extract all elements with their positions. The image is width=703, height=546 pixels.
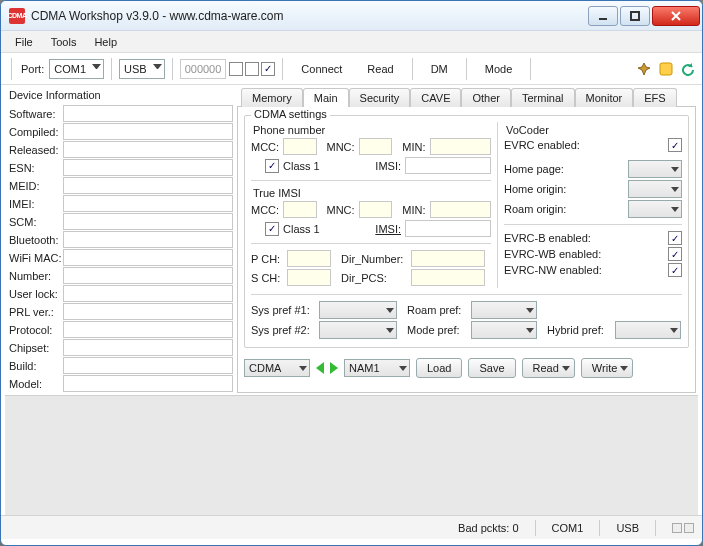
device-info-label: User lock: <box>7 288 63 300</box>
dir-pcs-input[interactable] <box>411 269 485 286</box>
device-info-row: User lock: <box>7 285 233 302</box>
evrc-enabled-checkbox[interactable] <box>668 138 682 152</box>
read-split-button[interactable]: Read <box>522 358 575 378</box>
sys-pref1-select[interactable] <box>319 301 397 319</box>
home-origin-select[interactable] <box>628 180 682 198</box>
device-info-row: Protocol: <box>7 321 233 338</box>
mode-button[interactable]: Mode <box>474 60 524 78</box>
tab-cave[interactable]: CAVE <box>410 88 461 107</box>
imsi2-label[interactable]: IMSI: <box>375 223 401 235</box>
tab-efs[interactable]: EFS <box>633 88 676 107</box>
home-page-select[interactable] <box>628 160 682 178</box>
app-window: CDMA CDMA Workshop v3.9.0 - www.cdma-war… <box>0 0 703 546</box>
imsi2-input[interactable] <box>405 220 491 237</box>
device-info-panel: Device Information Software:Compiled:Rel… <box>7 87 233 393</box>
flag-checkbox-3[interactable] <box>261 62 275 76</box>
imsi-input[interactable] <box>405 157 491 174</box>
disk-icon[interactable] <box>658 61 674 77</box>
min-label: MIN: <box>402 141 425 153</box>
min2-input[interactable] <box>430 201 491 218</box>
cdma-select[interactable]: CDMA <box>244 359 310 377</box>
device-info-value <box>63 159 233 176</box>
pin-icon[interactable] <box>636 61 652 77</box>
device-info-value <box>63 375 233 392</box>
device-info-label: SCM: <box>7 216 63 228</box>
device-info-row: Released: <box>7 141 233 158</box>
roam-pref-select[interactable] <box>471 301 537 319</box>
evrc-b-label: EVRC-B enabled: <box>504 232 664 244</box>
statusbar: Bad pckts: 0 COM1 USB <box>1 515 702 539</box>
device-info-row: Bluetooth: <box>7 231 233 248</box>
menubar: File Tools Help <box>1 31 702 53</box>
tab-main[interactable]: Main <box>303 88 349 107</box>
read-button[interactable]: Read <box>356 60 404 78</box>
device-info-value <box>63 249 233 266</box>
port-label: Port: <box>21 63 44 75</box>
dir-number-input[interactable] <box>411 250 485 267</box>
home-origin-label: Home origin: <box>504 183 624 195</box>
imsi-label: IMSI: <box>375 160 401 172</box>
usb-select[interactable]: USB <box>119 59 165 79</box>
mcc-input[interactable] <box>283 138 317 155</box>
sys-pref2-select[interactable] <box>319 321 397 339</box>
prev-nam-icon[interactable] <box>316 362 324 374</box>
device-info-row: ESN: <box>7 159 233 176</box>
hybrid-pref-select[interactable] <box>615 321 681 339</box>
device-info-label: Released: <box>7 144 63 156</box>
tab-other[interactable]: Other <box>461 88 511 107</box>
class1-checkbox[interactable] <box>265 159 279 173</box>
flag-checkbox-1[interactable] <box>229 62 243 76</box>
evrc-nw-checkbox[interactable] <box>668 263 682 277</box>
close-button[interactable] <box>652 6 700 26</box>
roam-origin-select[interactable] <box>628 200 682 218</box>
true-imsi-label: True IMSI <box>253 187 491 199</box>
save-button[interactable]: Save <box>468 358 515 378</box>
device-info-label: Compiled: <box>7 126 63 138</box>
mode-pref-select[interactable] <box>471 321 537 339</box>
device-info-value <box>63 231 233 248</box>
flag-checkbox-2[interactable] <box>245 62 259 76</box>
port-select[interactable]: COM1 <box>49 59 104 79</box>
class1-checkbox-2[interactable] <box>265 222 279 236</box>
mnc-input[interactable] <box>359 138 393 155</box>
menu-help[interactable]: Help <box>86 34 125 50</box>
sch-input[interactable] <box>287 269 331 286</box>
mnc2-input[interactable] <box>359 201 393 218</box>
tab-security[interactable]: Security <box>349 88 411 107</box>
vocoder-label: VoCoder <box>506 124 682 136</box>
maximize-button[interactable] <box>620 6 650 26</box>
dm-button[interactable]: DM <box>420 60 459 78</box>
load-button[interactable]: Load <box>416 358 462 378</box>
tab-memory[interactable]: Memory <box>241 88 303 107</box>
svg-rect-0 <box>631 12 639 20</box>
device-info-row: Chipset: <box>7 339 233 356</box>
class1-label: Class 1 <box>283 160 320 172</box>
roam-pref-label: Roam pref: <box>407 304 467 316</box>
device-info-row: MEID: <box>7 177 233 194</box>
device-info-label: WiFi MAC: <box>7 252 63 264</box>
evrc-b-checkbox[interactable] <box>668 231 682 245</box>
min-input[interactable] <box>430 138 491 155</box>
write-split-button[interactable]: Write <box>581 358 633 378</box>
menu-file[interactable]: File <box>7 34 41 50</box>
connect-button[interactable]: Connect <box>290 60 353 78</box>
device-info-row: Model: <box>7 375 233 392</box>
evrc-wb-checkbox[interactable] <box>668 247 682 261</box>
tab-monitor[interactable]: Monitor <box>575 88 634 107</box>
phone-number-label: Phone number <box>253 124 491 136</box>
status-bad-packets: Bad pckts: 0 <box>458 522 519 534</box>
next-nam-icon[interactable] <box>330 362 338 374</box>
device-info-row: SCM: <box>7 213 233 230</box>
menu-tools[interactable]: Tools <box>43 34 85 50</box>
pch-input[interactable] <box>287 250 331 267</box>
roam-origin-label: Roam origin: <box>504 203 624 215</box>
mcc2-input[interactable] <box>283 201 317 218</box>
tab-terminal[interactable]: Terminal <box>511 88 575 107</box>
nam-select[interactable]: NAM1 <box>344 359 410 377</box>
status-port: COM1 <box>552 522 584 534</box>
device-info-label: ESN: <box>7 162 63 174</box>
svg-rect-1 <box>660 63 672 75</box>
refresh-icon[interactable] <box>680 61 696 77</box>
minimize-button[interactable] <box>588 6 618 26</box>
evrc-wb-label: EVRC-WB enabled: <box>504 248 664 260</box>
